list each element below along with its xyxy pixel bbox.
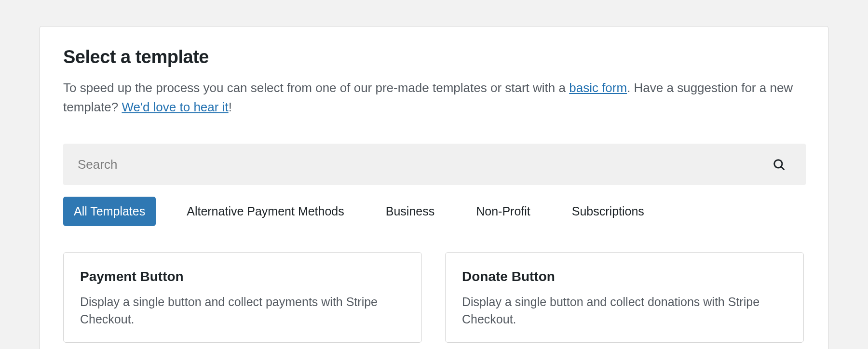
card-title: Donate Button — [462, 269, 787, 284]
search-input[interactable] — [77, 144, 769, 185]
search-bar — [63, 144, 806, 185]
template-card-donate-button[interactable]: Donate Button Display a single button an… — [445, 252, 804, 343]
subtitle-text-1: To speed up the process you can select f… — [63, 81, 569, 95]
tab-subscriptions[interactable]: Subscriptions — [561, 197, 655, 226]
basic-form-link[interactable]: basic form — [569, 81, 627, 95]
card-description: Display a single button and collect paym… — [80, 293, 405, 328]
card-description: Display a single button and collect dona… — [462, 293, 787, 328]
template-cards: Payment Button Display a single button a… — [63, 252, 805, 343]
template-card-payment-button[interactable]: Payment Button Display a single button a… — [63, 252, 422, 343]
search-icon — [772, 158, 786, 171]
tab-business[interactable]: Business — [375, 197, 445, 226]
tab-all-templates[interactable]: All Templates — [63, 197, 156, 226]
svg-line-1 — [781, 167, 784, 170]
page-subtitle: To speed up the process you can select f… — [63, 78, 805, 117]
card-title: Payment Button — [80, 269, 405, 284]
tab-alternative-payment-methods[interactable]: Alternative Payment Methods — [176, 197, 355, 226]
tab-non-profit[interactable]: Non-Profit — [465, 197, 541, 226]
category-tabs: All Templates Alternative Payment Method… — [63, 197, 805, 226]
search-button[interactable] — [769, 155, 788, 174]
page-title: Select a template — [63, 47, 805, 67]
feedback-link[interactable]: We'd love to hear it — [122, 100, 228, 114]
subtitle-text-3: ! — [229, 100, 232, 114]
template-picker-panel: Select a template To speed up the proces… — [40, 26, 828, 349]
